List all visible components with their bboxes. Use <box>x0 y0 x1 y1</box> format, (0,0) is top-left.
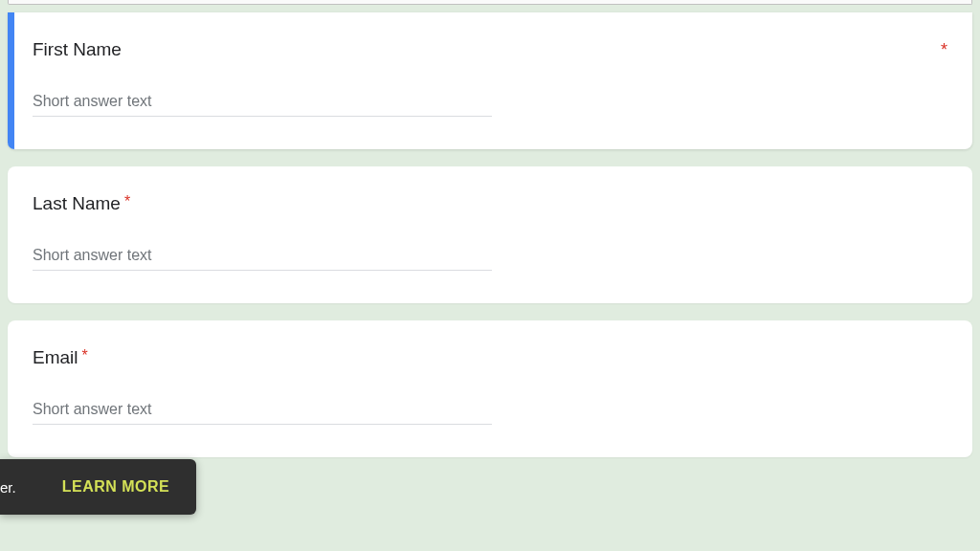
notification-text: er. <box>0 479 16 496</box>
question-label-text: Email <box>33 347 78 367</box>
email-input[interactable] <box>33 397 492 425</box>
question-header-row: Last Name* <box>33 193 947 214</box>
answer-input-wrapper <box>33 397 492 425</box>
form-container: First Name * Last Name* Email* <box>0 12 980 457</box>
question-header-row: Email* <box>33 347 947 368</box>
last-name-input[interactable] <box>33 243 492 271</box>
question-label-text: Last Name <box>33 193 121 213</box>
top-toolbar-edge <box>8 0 972 5</box>
question-label: Last Name* <box>33 193 130 214</box>
required-star-icon: * <box>82 347 88 364</box>
question-label: Email* <box>33 347 88 368</box>
required-star-icon: * <box>941 40 947 60</box>
first-name-input[interactable] <box>33 89 492 117</box>
question-label: First Name <box>33 39 122 60</box>
answer-input-wrapper <box>33 89 492 117</box>
notification-bar: er. LEARN MORE <box>0 459 196 515</box>
question-card-first-name[interactable]: First Name * <box>8 12 972 149</box>
learn-more-button[interactable]: LEARN MORE <box>62 478 170 496</box>
answer-input-wrapper <box>33 243 492 271</box>
question-header-row: First Name * <box>33 39 947 60</box>
question-card-email[interactable]: Email* <box>8 320 972 457</box>
question-card-last-name[interactable]: Last Name* <box>8 166 972 303</box>
required-star-icon: * <box>124 193 130 209</box>
